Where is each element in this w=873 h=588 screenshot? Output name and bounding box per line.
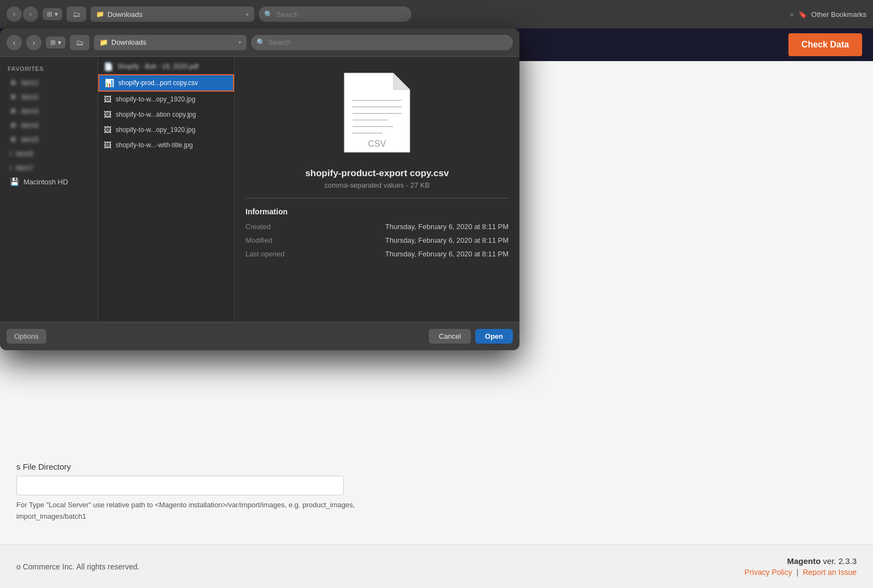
bookmarks-area: » 🔖 Other Bookmarks [790, 10, 866, 19]
browser-chrome: ‹ › ⊞ ▾ 🗂 📁 Downloads ▾ 🔍 Search » 🔖 Oth… [0, 0, 873, 28]
footer-links: Privacy Policy | Report an Issue [745, 568, 857, 577]
options-button[interactable]: Options [7, 329, 46, 344]
divider [246, 198, 509, 199]
sidebar-item-icon: ★ [10, 135, 17, 143]
search-icon: 🔍 [264, 10, 273, 19]
separator: | [797, 568, 799, 577]
sidebar-item-icon: ★ [10, 78, 17, 87]
file-item[interactable]: 📄 Shopify - Bolt - 19, 2020.pdf [98, 59, 234, 74]
file-action-button[interactable]: 🗂 [67, 7, 86, 22]
chevron-down-icon: ▾ [238, 39, 241, 45]
dialog-search-bar[interactable]: 🔍 Search [251, 35, 513, 50]
last-opened-row: Last opened Thursday, February 6, 2020 a… [246, 250, 509, 258]
sidebar-item-label: item4 [21, 121, 39, 129]
file-item[interactable]: 🖼 shopify-to-w...opy_1920.jpg [98, 122, 234, 137]
file-icon: 🗂 [73, 10, 80, 19]
sidebar-item[interactable]: ★ item4 [2, 118, 95, 132]
dialog-location-text: Downloads [111, 38, 146, 46]
search-placeholder: Search [276, 10, 298, 19]
expand-icon: » [790, 10, 794, 19]
file-item[interactable]: 🖼 shopify-to-w...opy_1920.jpg [98, 92, 234, 107]
hint-line1: For Type "Local Server" use relative pat… [16, 501, 355, 509]
sidebar-item-label: item1 [21, 79, 39, 87]
dialog-view-toggle[interactable]: ⊞ ▾ [46, 37, 65, 49]
forward-button[interactable]: › [23, 7, 38, 22]
file-item[interactable]: 🖼 shopify-to-w...ation copy.jpg [98, 107, 234, 122]
dialog-footer: Options Cancel Open [0, 322, 519, 350]
sidebar-item[interactable]: i item7 [2, 160, 95, 175]
check-data-button[interactable]: Check Data [788, 33, 862, 56]
search-placeholder: Search [268, 38, 291, 46]
back-button[interactable]: ‹ [7, 7, 22, 22]
sidebar-item-label: item5 [21, 135, 39, 143]
file-type-icon: 🖼 [104, 141, 111, 149]
file-directory-label: s File Directory [16, 462, 857, 471]
last-opened-value: Thursday, February 6, 2020 at 8:11 PM [303, 250, 509, 258]
magento-label: Magento [787, 556, 821, 566]
modified-label: Modified [246, 236, 295, 244]
file-type-icon: 🖼 [104, 125, 111, 134]
info-section-title: Information [246, 207, 509, 216]
file-directory-section: s File Directory For Type "Local Server"… [0, 462, 873, 523]
view-toggle-button[interactable]: ⊞ ▾ [43, 8, 62, 20]
file-item-name: shopify-prod...port copy.csv [118, 79, 198, 87]
sidebar-item-macintosh-hd[interactable]: 💾 Macintosh HD [2, 175, 95, 189]
dialog-forward-button[interactable]: › [26, 35, 41, 50]
sidebar-item[interactable]: i item6 [2, 146, 95, 160]
cancel-button[interactable]: Cancel [429, 329, 470, 344]
dialog-file-button[interactable]: 🗂 [70, 35, 89, 50]
chevron-down-icon: ▾ [246, 11, 249, 17]
modified-value: Thursday, February 6, 2020 at 8:11 PM [303, 236, 509, 244]
sidebar-item-icon: ★ [10, 92, 17, 101]
created-label: Created [246, 223, 295, 231]
dialog-sidebar: Favorites ★ item1 ★ item2 ★ item3 ★ item… [0, 57, 98, 322]
nav-buttons: ‹ › [7, 7, 38, 22]
magento-footer: o Commerce Inc. All rights reserved. Mag… [0, 544, 873, 588]
open-button[interactable]: Open [475, 329, 513, 344]
search-bar[interactable]: 🔍 Search [259, 7, 411, 22]
bookmark-icon: 🔖 [798, 10, 807, 19]
dialog-body: Favorites ★ item1 ★ item2 ★ item3 ★ item… [0, 57, 519, 322]
chevron-down-icon: ▾ [58, 39, 61, 46]
location-icon: 📁 [96, 10, 104, 18]
file-item-name: shopify-to-w...-with-title.jpg [116, 141, 193, 149]
file-dialog: ‹ › ⊞ ▾ 🗂 📁 Downloads ▾ 🔍 Search Favorit… [0, 28, 519, 350]
location-bar: 📁 Downloads ▾ [91, 7, 254, 22]
location-text: Downloads [107, 10, 142, 19]
last-opened-label: Last opened [246, 250, 295, 258]
sidebar-item-label: item2 [21, 93, 39, 101]
sidebar-item-label: item6 [16, 149, 33, 158]
file-directory-input[interactable] [16, 476, 344, 495]
svg-text:CSV: CSV [368, 139, 386, 148]
file-item-name: Shopify - Bolt - 19, 2020.pdf [117, 63, 199, 70]
sidebar-item-icon: i [10, 163, 11, 172]
file-preview-name: shopify-product-export copy.csv [305, 168, 449, 179]
dialog-back-button[interactable]: ‹ [7, 35, 22, 50]
sidebar-item-icon: ★ [10, 106, 17, 115]
file-type-icon: 📄 [104, 62, 113, 71]
file-info-section: Information Created Thursday, February 6… [246, 207, 509, 263]
file-directory-hint: For Type "Local Server" use relative pat… [16, 500, 857, 523]
sidebar-item-label: item3 [21, 107, 39, 115]
privacy-policy-link[interactable]: Privacy Policy [745, 568, 792, 577]
created-row: Created Thursday, February 6, 2020 at 8:… [246, 223, 509, 231]
file-item-selected[interactable]: 📊 shopify-prod...port copy.csv [98, 74, 234, 92]
sidebar-item[interactable]: ★ item5 [2, 132, 95, 146]
copyright-text: o Commerce Inc. All rights reserved. [16, 562, 140, 571]
file-preview-type: comma-separated values - 27 KB [325, 181, 430, 189]
grid-icon: ⊞ [50, 39, 56, 46]
dialog-location-bar: 📁 Downloads ▾ [94, 35, 247, 50]
dialog-toolbar: ‹ › ⊞ ▾ 🗂 📁 Downloads ▾ 🔍 Search [0, 28, 519, 57]
sidebar-item-label: item7 [16, 164, 33, 172]
hint-line2: import_images/batch1 [16, 512, 86, 520]
chevron-down-icon: ▾ [55, 10, 58, 18]
sidebar-item[interactable]: ★ item3 [2, 104, 95, 118]
dialog-file-list: 📄 Shopify - Bolt - 19, 2020.pdf 📊 shopif… [98, 57, 235, 322]
dialog-location-icon: 📁 [99, 38, 108, 46]
footer-right: Magento ver. 2.3.3 Privacy Policy | Repo… [745, 556, 857, 577]
report-issue-link[interactable]: Report an Issue [803, 568, 857, 577]
sidebar-item[interactable]: ★ item2 [2, 89, 95, 104]
sidebar-item[interactable]: ★ item1 [2, 75, 95, 89]
magento-version: Magento ver. 2.3.3 [745, 556, 857, 566]
file-item[interactable]: 🖼 shopify-to-w...-with-title.jpg [98, 137, 234, 153]
